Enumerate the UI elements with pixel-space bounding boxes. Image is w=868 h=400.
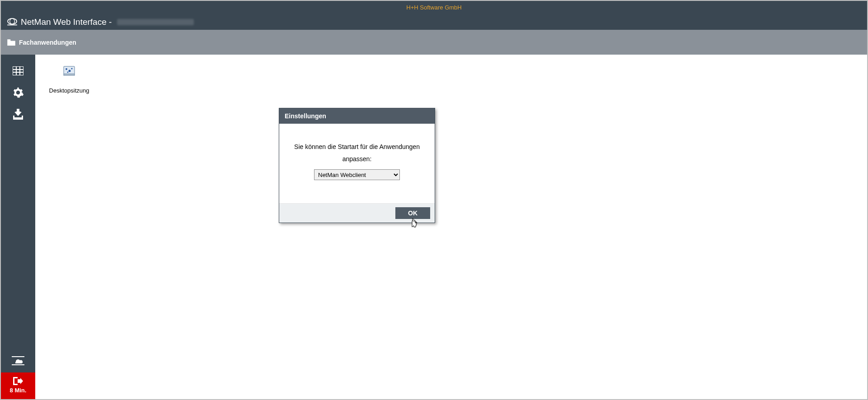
svg-point-20 (67, 72, 69, 73)
sidebar-item-logout[interactable]: 8 Min. (1, 372, 35, 399)
svg-marker-8 (14, 109, 22, 116)
app-item-label: Desktopsitzung (49, 87, 89, 94)
svg-rect-13 (12, 364, 24, 365)
settings-dialog: Einstellungen Sie können die Startart fü… (279, 108, 435, 223)
main-body: 8 Min. Desktopsitzung (1, 55, 867, 399)
svg-rect-3 (13, 66, 23, 75)
svg-rect-16 (64, 74, 75, 75)
sidebar-item-download[interactable] (1, 104, 35, 124)
gear-icon (12, 87, 24, 98)
logout-label: 8 Min. (10, 387, 27, 394)
title-redacted (117, 19, 194, 25)
app-item-desktopsitzung[interactable]: Desktopsitzung (49, 65, 89, 94)
breadcrumb-label: Fachanwendungen (19, 39, 76, 46)
svg-point-17 (66, 68, 67, 70)
dialog-message-line2: anpassen: (288, 153, 426, 165)
download-icon (13, 109, 23, 120)
svg-rect-11 (22, 116, 23, 118)
app-logo-icon (7, 18, 17, 26)
dialog-title: Einstellungen (279, 108, 435, 124)
sidebar-item-grid[interactable] (1, 61, 35, 81)
svg-point-2 (10, 19, 15, 24)
desktop-session-icon (63, 65, 75, 77)
grid-icon (13, 66, 23, 75)
sidebar-item-cloud[interactable] (1, 351, 35, 371)
svg-rect-9 (13, 117, 23, 120)
vendor-bar: H+H Software GmbH (1, 1, 867, 14)
svg-point-19 (71, 68, 72, 69)
sidebar-item-settings[interactable] (1, 83, 35, 102)
content-area: Desktopsitzung (35, 55, 867, 399)
vendor-label: H+H Software GmbH (406, 4, 461, 11)
dialog-body: Sie können die Startart für die Anwendun… (279, 124, 435, 204)
startart-select[interactable]: NetMan Webclient (314, 169, 400, 180)
svg-rect-0 (7, 24, 17, 25)
svg-marker-14 (18, 378, 23, 384)
cloud-icon (12, 356, 24, 365)
svg-point-1 (8, 19, 17, 24)
svg-rect-12 (12, 356, 24, 357)
logout-icon (13, 377, 23, 385)
svg-point-18 (69, 70, 71, 72)
app-window: H+H Software GmbH NetMan Web Interface -… (1, 1, 867, 399)
dialog-message-line1: Sie können die Startart für die Anwendun… (288, 141, 426, 153)
app-title: NetMan Web Interface - (21, 17, 112, 27)
sidebar: 8 Min. (1, 55, 35, 399)
breadcrumb-bar: Fachanwendungen (1, 30, 867, 55)
dialog-footer: OK (279, 204, 435, 223)
folder-icon (7, 39, 15, 46)
ok-button[interactable]: OK (395, 207, 430, 219)
svg-rect-10 (13, 116, 14, 118)
title-bar: NetMan Web Interface - (1, 14, 867, 30)
